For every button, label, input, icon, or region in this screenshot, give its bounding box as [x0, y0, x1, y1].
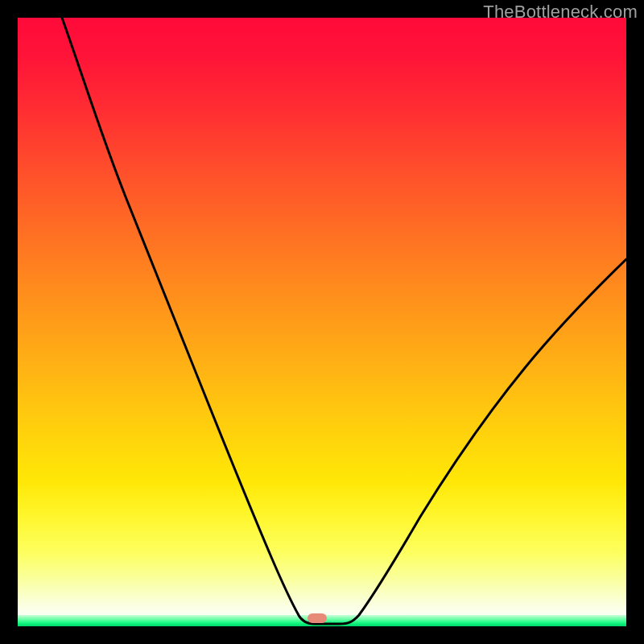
bottleneck-curve: [18, 18, 626, 626]
green-baseline-strip: [18, 615, 626, 626]
plot-area: [18, 18, 626, 626]
chart-stage: TheBottleneck.com: [0, 0, 644, 644]
watermark-text: TheBottleneck.com: [483, 2, 638, 23]
